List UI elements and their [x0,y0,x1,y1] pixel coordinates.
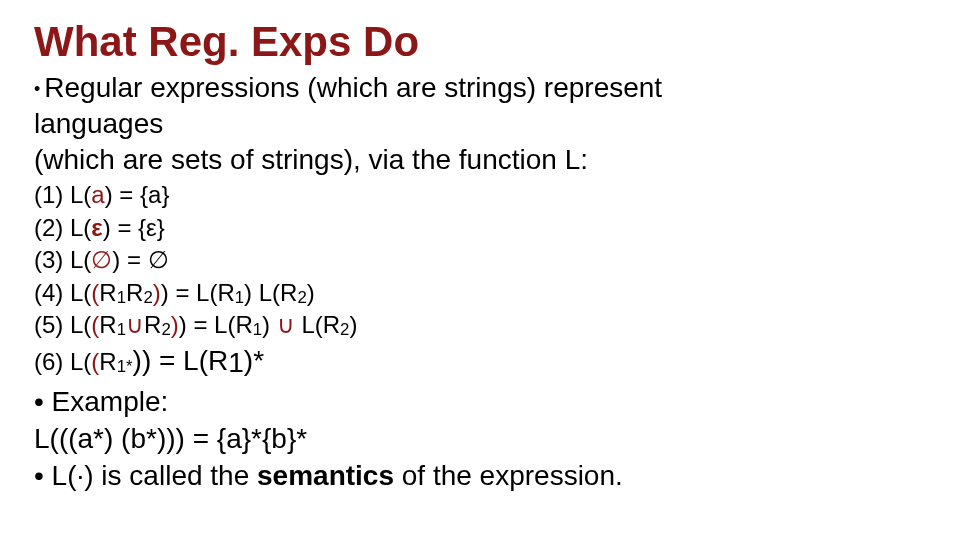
rule-4: (4) L((R1R2)) = L(R1) L(R2) [34,277,926,310]
rule-4-close: ) [153,279,161,306]
rule-4-e: ) L(R [244,279,297,306]
rule-6-c: )) = L(R [133,345,229,376]
semantics-line: • L(·) is called the semantics of the ex… [34,458,926,495]
rules-list: (1) L(a) = {a} (2) L(ε) = {ε} (3) L(∅) =… [34,179,926,381]
slide: What Reg. Exps Do •Regular expressions (… [0,0,960,495]
rule-3-post: ) = ∅ [112,246,168,273]
rule-2-pre: (2) L( [34,214,91,241]
rule-5-cup1: ∪ [126,311,144,338]
rule-5-f: L(R [295,311,340,338]
rule-6-b: R [99,348,116,375]
rule-1-post: ) = {a} [105,181,170,208]
lead-line-2: languages [34,106,926,142]
rule-5-s3: 1 [253,320,262,339]
lead-paragraph: •Regular expressions (which are strings)… [34,70,926,177]
rule-5-c: R [144,311,161,338]
rule-2-post: ) = {ε} [103,214,165,241]
rule-4-s4: 2 [297,288,306,307]
rule-1-symbol: a [91,181,104,208]
example-label: • Example: [34,384,926,421]
rule-6-s1: 1* [117,357,133,376]
rule-2-symbol: ε [91,214,102,241]
semantics-pre: • L(·) is called the [34,460,257,491]
rule-3-symbol: ∅ [91,246,112,273]
rule-3: (3) L(∅) = ∅ [34,244,926,276]
rule-4-a: (4) L( [34,279,91,306]
rule-5-d: ) = L(R [179,311,253,338]
rule-5-b: R [99,311,116,338]
lead-text-1: Regular expressions (which are strings) … [44,72,662,103]
rule-3-pre: (3) L( [34,246,91,273]
rule-5-close: ) [171,311,179,338]
rule-5-s2: 2 [161,320,170,339]
rule-1-pre: (1) L( [34,181,91,208]
rule-4-s2: 2 [143,288,152,307]
rule-5: (5) L((R1∪R2)) = L(R1) ∪ L(R2) [34,309,926,342]
rule-4-d: ) = L(R [161,279,235,306]
bullet-icon: • [34,79,40,99]
rule-5-s1: 1 [117,320,126,339]
rule-1: (1) L(a) = {a} [34,179,926,211]
lead-line-1: •Regular expressions (which are strings)… [34,70,926,106]
rule-5-e: ) [262,311,277,338]
rule-2: (2) L(ε) = {ε} [34,212,926,244]
rule-6-d: )* [244,345,264,376]
rule-4-f: ) [307,279,315,306]
rule-6-s2: 1 [228,347,244,378]
footer-block: • Example: L(((a*) (b*))) = {a}*{b}* • L… [34,384,926,495]
lead-line-3: (which are sets of strings), via the fun… [34,142,926,178]
rule-4-b: R [99,279,116,306]
rule-4-c: R [126,279,143,306]
rule-5-cup2: ∪ [277,311,295,338]
rule-6: (6) L((R1*)) = L(R1)* [34,342,926,382]
rule-4-s3: 1 [235,288,244,307]
rule-5-g: ) [349,311,357,338]
rule-4-s1: 1 [117,288,126,307]
semantics-bold: semantics [257,460,402,491]
rule-5-a: (5) L( [34,311,91,338]
example-body: L(((a*) (b*))) = {a}*{b}* [34,421,926,458]
rule-6-a: (6) L( [34,348,91,375]
semantics-post: of the expression. [402,460,623,491]
slide-title: What Reg. Exps Do [34,18,926,66]
